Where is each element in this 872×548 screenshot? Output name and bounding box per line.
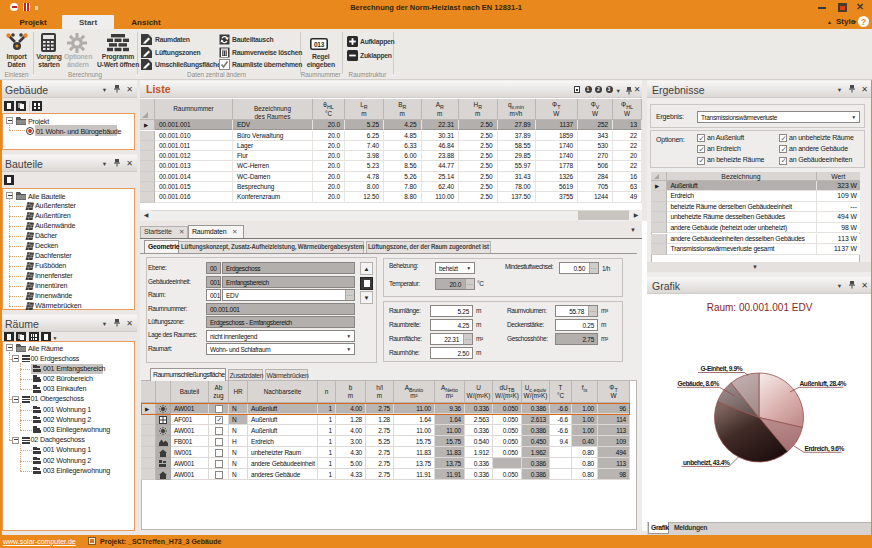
svg-text:Gebäude, 8.6%: Gebäude, 8.6%	[678, 380, 720, 388]
svg-text:Außenluft, 28.4%: Außenluft, 28.4%	[800, 380, 847, 388]
svg-text:unbeheizt, 43.4%: unbeheizt, 43.4%	[683, 459, 730, 467]
svg-text:G-Einheit, 9.9%: G-Einheit, 9.9%	[701, 365, 743, 373]
svg-text:Erdreich, 9.6%: Erdreich, 9.6%	[805, 445, 845, 453]
